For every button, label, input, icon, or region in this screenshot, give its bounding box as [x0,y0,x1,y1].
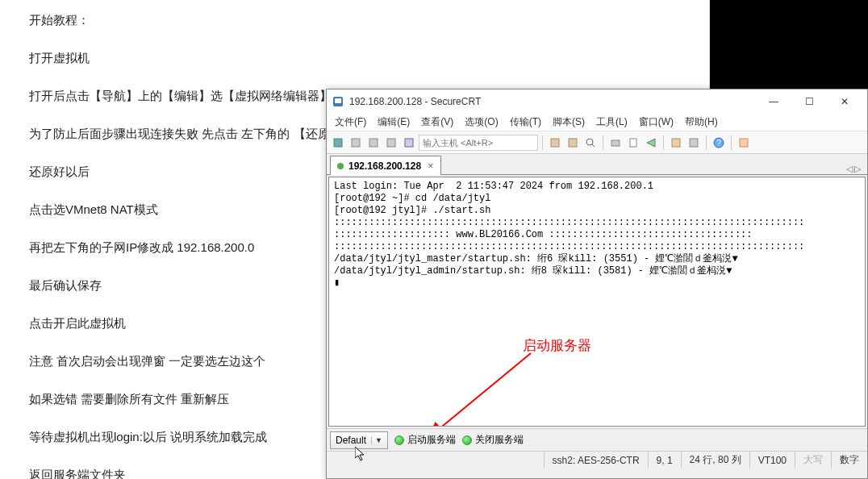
menu-transfer[interactable]: 传输(T) [507,114,545,131]
separator [663,135,664,150]
svg-rect-12 [630,139,636,147]
tab-nav-right-icon[interactable]: ▷ [854,164,861,174]
tab-session[interactable]: 192.168.200.128 × [330,156,441,175]
help-icon[interactable]: ? [711,135,727,151]
svg-rect-3 [352,139,360,147]
terminal-cursor: ▮ [334,277,340,289]
terminal[interactable]: Last login: Tue Apr 2 11:53:47 2024 from… [328,177,866,427]
copy-icon[interactable] [547,135,563,151]
terminal-line: [root@192 ~]# cd /data/jtyl [334,193,490,204]
svg-rect-2 [334,139,342,147]
quick-connect-icon[interactable] [348,135,364,151]
print-icon[interactable] [607,135,624,151]
instruction-line: 开始教程： [29,11,680,28]
terminal-line: ::::::::::::::::::::::::::::::::::::::::… [334,217,804,228]
tabbar: 192.168.200.128 × ◁ ▷ [327,154,867,175]
bottombar: Default ▼ 启动服务端 关闭服务端 [327,428,867,451]
svg-rect-15 [690,139,698,147]
toolbar: ? [327,131,867,154]
separator [731,135,732,150]
host-input[interactable] [419,135,538,151]
menu-help[interactable]: 帮助(H) [682,114,721,131]
maximize-button[interactable]: ☐ [791,90,827,113]
stop-label: 关闭服务端 [475,433,524,447]
tab-close-icon[interactable]: × [428,160,434,172]
svg-rect-14 [672,139,680,147]
statusbar: ssh2: AES-256-CTR 9, 1 24 行, 80 列 VT100 … [327,451,867,469]
terminal-line: Last login: Tue Apr 2 11:53:47 2024 from… [334,181,653,192]
connect-icon[interactable] [330,135,346,151]
instruction-line: 打开虚拟机 [29,49,680,66]
settings-icon[interactable] [668,135,684,151]
menubar: 文件(F) 编辑(E) 查看(V) 选项(O) 传输(T) 脚本(S) 工具(L… [327,114,867,131]
options-icon[interactable] [686,135,702,151]
svg-rect-8 [569,139,577,147]
menu-edit[interactable]: 编辑(E) [374,114,413,131]
svg-line-20 [438,353,531,427]
menu-options[interactable]: 选项(O) [461,114,501,131]
svg-marker-13 [647,139,655,147]
status-term: VT100 [749,452,795,469]
annotation-arrow-icon [426,345,539,427]
svg-rect-5 [387,139,395,147]
svg-rect-6 [405,139,413,147]
separator [542,135,543,150]
svg-rect-11 [611,140,620,146]
terminal-line: /data/jtyl/jtyl_master/startup.sh: 绗6 琛k… [334,253,738,264]
window-title: 192.168.200.128 - SecureCRT [349,96,756,107]
stop-dot-icon [462,435,472,445]
annotation-label: 启动服务器 [523,337,591,354]
menu-tools[interactable]: 工具(L) [593,114,631,131]
default-dropdown[interactable]: Default ▼ [330,431,388,449]
tab-nav-left-icon[interactable]: ◁ [846,164,853,174]
minimize-button[interactable]: — [756,90,791,113]
terminal-line: :::::::::::::::::::: www.BL20166.Com :::… [334,229,752,240]
close-button[interactable]: ✕ [827,90,862,113]
menu-script[interactable]: 脚本(S) [549,114,588,131]
svg-point-9 [586,139,593,145]
titlebar[interactable]: 192.168.200.128 - SecureCRT — ☐ ✕ [327,90,867,114]
svg-text:?: ? [716,139,721,148]
separator [706,135,707,150]
reconnect-icon[interactable] [365,135,382,151]
menu-view[interactable]: 查看(V) [418,114,457,131]
status-size: 24 行, 80 列 [681,452,749,469]
status-dot-icon [337,163,344,169]
disconnect-icon[interactable] [383,135,399,151]
send-icon[interactable] [643,135,659,151]
dark-block [710,0,868,89]
svg-rect-1 [335,98,341,103]
status-pos: 9, 1 [648,452,681,469]
start-label: 启动服务端 [407,433,456,447]
keyword-icon[interactable] [736,135,752,151]
log-icon[interactable] [625,135,641,151]
status-proto: ssh2: AES-256-CTR [544,452,648,469]
terminal-line: [root@192 jtyl]# ./start.sh [334,205,490,216]
tab-title: 192.168.200.128 [348,160,421,172]
chevron-down-icon: ▼ [371,436,382,444]
separator [603,135,603,150]
app-icon [332,95,344,108]
paste-icon[interactable] [565,135,581,151]
status-num: 数字 [831,452,867,469]
stop-service-button[interactable]: 关闭服务端 [462,433,524,447]
find-icon[interactable] [582,135,599,151]
svg-rect-7 [551,139,559,147]
status-caps: 大写 [795,452,831,469]
svg-rect-4 [369,139,378,147]
terminal-line: /data/jtyl/jtyl_admin/startup.sh: 绗8 琛ki… [334,265,732,277]
svg-rect-18 [740,139,748,147]
securecrt-window: 192.168.200.128 - SecureCRT — ☐ ✕ 文件(F) … [326,89,868,479]
terminal-line: ::::::::::::::::::::::::::::::::::::::::… [334,241,804,252]
svg-line-10 [592,144,595,147]
start-dot-icon [394,435,404,445]
default-label: Default [336,435,366,446]
menu-file[interactable]: 文件(F) [332,114,369,131]
menu-window[interactable]: 窗口(W) [636,114,677,131]
session-icon[interactable] [401,135,417,151]
start-service-button[interactable]: 启动服务端 [394,433,456,447]
